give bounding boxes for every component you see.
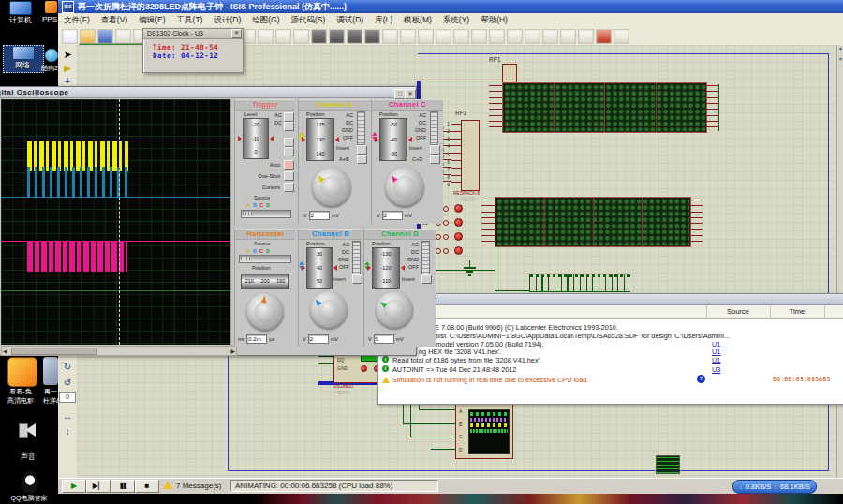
desktop-icon-label[interactable]: 再一	[43, 387, 58, 396]
scale-value[interactable]: 2	[309, 211, 330, 220]
log-col-time[interactable]: Time	[772, 307, 822, 316]
one-shot-button[interactable]	[284, 171, 294, 181]
trigger-source-slider[interactable]	[241, 210, 291, 218]
simulation-log-window[interactable]: Simulation Log Message Source Time SPICE…	[377, 293, 843, 405]
channel-b-gain-knob[interactable]	[310, 291, 348, 329]
oscilloscope-title[interactable]: Digital Oscilloscope	[0, 87, 416, 98]
rotation-angle-field[interactable]: 0	[59, 392, 76, 403]
log-window-title[interactable]: Simulation Log	[378, 294, 843, 305]
button-actuator[interactable]	[454, 246, 463, 255]
print-icon[interactable]	[115, 29, 131, 44]
invert-button[interactable]	[422, 274, 432, 284]
cursors-button[interactable]	[284, 183, 294, 192]
menu-item[interactable]: 编辑(E)	[133, 13, 170, 26]
menu-item[interactable]: 设计(D)	[208, 13, 246, 26]
design-explorer-icon[interactable]	[525, 29, 540, 44]
horizontal-source-slider[interactable]	[239, 255, 291, 263]
desktop-icon-label[interactable]: 高清电影	[0, 396, 41, 406]
block-move-icon[interactable]	[347, 29, 362, 44]
column-divider[interactable]	[770, 305, 771, 318]
option-label[interactable]: AC	[419, 111, 426, 119]
component-mode-icon[interactable]: ▶	[61, 62, 74, 74]
open-file-icon[interactable]	[80, 29, 96, 44]
rotate-cw-icon[interactable]: ↻	[61, 361, 74, 373]
play-button[interactable]: ▶	[62, 480, 86, 493]
network-icon[interactable]	[12, 46, 35, 60]
scroll-left-icon[interactable]: ◀	[3, 348, 7, 354]
kankan-icon[interactable]	[7, 357, 37, 387]
column-divider[interactable]	[824, 305, 825, 318]
led-matrix-display-1[interactable]	[502, 82, 707, 133]
new-sheet-icon[interactable]	[542, 29, 558, 44]
desktop-icon-label[interactable]: 网络	[3, 60, 42, 70]
schematic-vscrollbar[interactable]: ▲▼	[836, 45, 843, 478]
qq-icon[interactable]	[21, 470, 39, 495]
message-count[interactable]: 7 Message(s)	[176, 482, 221, 490]
scale-value[interactable]: 2	[382, 211, 403, 220]
option-label[interactable]: GND	[342, 126, 353, 134]
option-label[interactable]: OFF	[416, 134, 426, 141]
property-assignment-icon[interactable]	[507, 29, 523, 44]
channel-b-mini-slider[interactable]	[352, 241, 361, 274]
option-label[interactable]: AC	[346, 111, 353, 119]
pause-button[interactable]: ▮▮	[111, 480, 135, 493]
menu-item[interactable]: 调试(D)	[331, 13, 369, 26]
menu-item[interactable]: 库(L)	[369, 13, 398, 26]
my-computer-icon[interactable]	[9, 1, 32, 15]
channel-c-gain-knob[interactable]	[385, 168, 424, 207]
channel-b-position-slider[interactable]: 304050	[306, 247, 333, 289]
source-link[interactable]: U1	[712, 356, 720, 364]
rotate-ccw-icon[interactable]: ↺	[61, 377, 74, 389]
wire-autorouter-icon[interactable]	[471, 29, 487, 44]
title-bar[interactable]: ISS 再一次折腾杜洋的3208LED点阵电子钟 - ISIS Professi…	[58, 0, 843, 13]
paste-icon[interactable]	[311, 29, 327, 44]
option-label[interactable]: OFF	[343, 134, 353, 141]
option-label[interactable]: DC	[411, 248, 419, 256]
temp-down-button[interactable]	[361, 365, 367, 372]
source-link[interactable]: U1	[712, 348, 720, 356]
close-icon[interactable]: ✕	[231, 29, 242, 38]
option-label[interactable]: OFF	[339, 263, 349, 271]
channel-a-gain-knob[interactable]	[312, 168, 351, 207]
desktop-icon-label[interactable]: 看看-免	[0, 387, 41, 396]
option-label[interactable]: GND	[415, 126, 426, 134]
bill-of-materials-icon[interactable]	[578, 29, 594, 44]
rp1-body[interactable]	[502, 64, 517, 82]
oscilloscope-window[interactable]: Digital Oscilloscope □ ✕ ◀ ▶ Trigger Lev…	[0, 86, 417, 356]
block-copy-icon[interactable]	[329, 29, 345, 44]
coupling-label[interactable]: AC	[274, 111, 282, 119]
option-label[interactable]: DC	[346, 119, 353, 126]
help-icon[interactable]: ?	[697, 375, 705, 383]
column-divider[interactable]	[706, 305, 707, 318]
channel-d-position-slider[interactable]: -130-120-110	[372, 247, 400, 289]
scope-hscrollbar[interactable]: ◀ ▶	[1, 346, 237, 356]
invert-button[interactable]	[430, 145, 440, 155]
step-button[interactable]: ▶▏	[86, 480, 111, 493]
redo-icon[interactable]	[258, 29, 274, 44]
desktop-icon-label[interactable]: 酷狗2	[41, 64, 58, 73]
remove-sheet-icon[interactable]	[560, 29, 576, 44]
desktop-icon-label[interactable]: 计算机	[2, 15, 39, 25]
make-device-icon[interactable]	[418, 29, 434, 44]
pick-device-icon[interactable]	[400, 29, 416, 44]
option-label[interactable]: AC	[342, 241, 349, 248]
scroll-thumb[interactable]	[11, 348, 97, 355]
pps-icon[interactable]	[45, 1, 57, 13]
menu-item[interactable]: 查看(V)	[96, 13, 133, 26]
horizontal-position-slider[interactable]: 210200190	[241, 274, 289, 289]
netlist-to-ares-icon[interactable]	[614, 29, 629, 44]
kugou-icon[interactable]	[45, 49, 58, 62]
close-icon[interactable]: ✕	[405, 89, 416, 99]
project-shortcut-icon[interactable]	[43, 357, 58, 385]
desktop-icon-label[interactable]: PPS	[41, 15, 58, 23]
block-rotate-icon[interactable]	[364, 29, 380, 44]
trigger-cursor[interactable]	[119, 99, 121, 345]
coupling-label[interactable]: DC	[274, 119, 282, 126]
scroll-right-icon[interactable]: ▶	[230, 348, 235, 354]
channel-d-mini-slider[interactable]	[422, 241, 430, 274]
electrical-rule-check-icon[interactable]	[596, 29, 612, 44]
block-delete-icon[interactable]	[382, 29, 398, 44]
desktop-icon-label[interactable]: 声音	[9, 452, 47, 462]
stop-button[interactable]: ■	[135, 480, 159, 493]
channel-a-position-slider[interactable]: 125130140	[306, 118, 334, 161]
